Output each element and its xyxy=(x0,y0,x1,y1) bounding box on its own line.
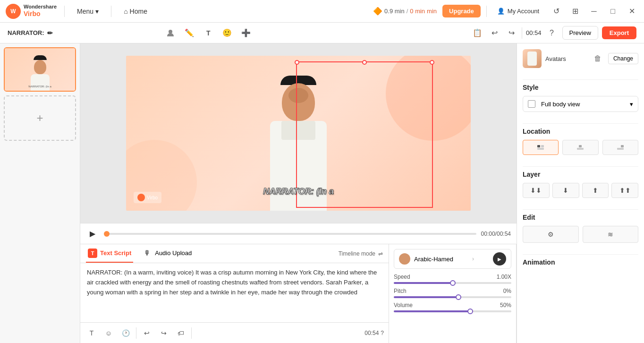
main-area: 1 NARRATOR: (In a + xyxy=(0,43,644,343)
tab-text-script[interactable]: T Text Script xyxy=(86,245,133,263)
close-button[interactable]: ✕ xyxy=(625,5,638,18)
preview-button[interactable]: Preview xyxy=(562,26,598,40)
change-avatar-button[interactable]: Change xyxy=(608,53,638,64)
undo-button[interactable]: ↩ xyxy=(488,26,501,40)
right-panel: Avatars 🗑 Change Style Full body view ▾ … xyxy=(517,43,644,343)
tab-audio-upload[interactable]: 🎙 Audio Upload xyxy=(141,245,194,263)
upgrade-button[interactable]: Upgrade xyxy=(442,5,481,17)
script-bottom-toolbar: T ☺ 🕐 ↩ ↪ 🏷 00:54 ? xyxy=(80,322,389,343)
edit-waveform-button[interactable]: ≋ xyxy=(583,226,639,243)
canvas-area: NARRATOR: (In a Virbo ▶ 00:00/00:54 xyxy=(80,43,517,343)
timeline-mode-toggle[interactable]: Timeline mode ⇌ xyxy=(339,250,383,257)
grid-icon-button[interactable]: ⊞ xyxy=(568,5,582,18)
handle-top-center[interactable] xyxy=(362,60,367,65)
brush-tool-button[interactable]: ✏️ xyxy=(182,26,197,41)
location-top-left[interactable] xyxy=(523,140,559,155)
audio-upload-icon: 🎙 xyxy=(143,249,152,258)
tab-row: T Text Script 🎙 Audio Upload Timeline mo… xyxy=(80,244,389,263)
svg-rect-6 xyxy=(621,145,624,147)
svg-rect-2 xyxy=(541,145,544,147)
speed-slider-thumb[interactable] xyxy=(450,280,456,286)
edit-settings-button[interactable]: ⚙ xyxy=(523,226,579,243)
svg-rect-4 xyxy=(579,145,582,147)
avatar-selector: Avatars 🗑 Change xyxy=(523,49,638,68)
avatar-body xyxy=(270,121,327,211)
style-dropdown[interactable]: Full body view ▾ xyxy=(523,96,638,112)
location-top-right[interactable] xyxy=(602,140,638,155)
clock-button[interactable]: 🕐 xyxy=(119,326,132,340)
script-content[interactable]: NARRATOR: (In a warm, inviting voice) It… xyxy=(80,263,389,322)
avatar-tool-button[interactable] xyxy=(163,26,178,41)
slide-item-1[interactable]: 1 NARRATOR: (In a xyxy=(4,47,76,92)
avatar-head xyxy=(282,83,315,121)
watermark-text: Virbo xyxy=(147,195,158,200)
maximize-button[interactable]: □ xyxy=(606,5,619,18)
minimize-button[interactable]: ─ xyxy=(587,5,601,18)
topbar-divider-2 xyxy=(111,6,111,17)
slide-thumbnail-1: NARRATOR: (In a xyxy=(5,48,75,91)
redo-button[interactable]: ↪ xyxy=(505,26,518,40)
account-button[interactable]: 👤 My Account xyxy=(492,5,544,17)
svg-point-0 xyxy=(169,30,172,34)
canvas-time-display: 00:54 xyxy=(526,29,542,36)
emoji-tool-button[interactable]: 🙂 xyxy=(220,26,235,41)
pitch-slider-track[interactable] xyxy=(394,296,511,298)
undo-script-button[interactable]: ↩ xyxy=(140,326,153,340)
volume-slider-thumb[interactable] xyxy=(467,309,473,314)
delete-avatar-button[interactable]: 🗑 xyxy=(591,52,604,65)
location-title: Location xyxy=(523,128,638,135)
canvas-viewport[interactable]: NARRATOR: (In a Virbo xyxy=(80,43,517,223)
text-audio-panel: T Text Script 🎙 Audio Upload Timeline mo… xyxy=(80,244,389,343)
layer-down[interactable]: ⬇ xyxy=(552,183,579,198)
voice-selector[interactable]: Arabic-Hamed › ▶ xyxy=(394,249,511,269)
edit-title: Edit xyxy=(523,214,638,221)
topbar: W Wondershare Virbo Menu ▾ ⌂ Home 🔶 0.9 … xyxy=(0,0,644,23)
playback-bar: ▶ 00:00/00:54 xyxy=(80,223,517,244)
text-tool-button[interactable]: T xyxy=(201,26,216,41)
voice-panel: Arabic-Hamed › ▶ Speed 1.00X xyxy=(389,244,517,343)
face-button[interactable]: ☺ xyxy=(102,326,115,340)
toolbar-right-controls: 📋 ↩ ↪ 00:54 ? Preview Export xyxy=(471,26,636,40)
edit-section: Edit ⚙ ≋ xyxy=(523,214,638,243)
voice-play-button[interactable]: ▶ xyxy=(493,252,506,266)
toolbar-divider xyxy=(522,27,522,39)
pitch-slider-row: Pitch 0% xyxy=(394,288,511,298)
avatars-section: Avatars 🗑 Change xyxy=(523,49,638,68)
location-top-center[interactable] xyxy=(562,140,598,155)
handle-top-left[interactable] xyxy=(295,60,299,65)
animation-title: Animation xyxy=(523,258,638,266)
speed-slider-row: Speed 1.00X xyxy=(394,274,511,284)
add-slide-button[interactable]: + xyxy=(4,95,76,141)
progress-track[interactable] xyxy=(104,233,476,235)
volume-slider-track[interactable] xyxy=(394,310,511,312)
layer-up[interactable]: ⬆ xyxy=(582,183,609,198)
time-info-button[interactable]: ? xyxy=(545,26,559,40)
topbar-divider-1 xyxy=(64,6,65,17)
text-format-button[interactable]: T xyxy=(85,326,98,340)
layer-grid: ⬇⬇ ⬇ ⬆ ⬆⬆ xyxy=(523,183,638,198)
history-icon-button[interactable]: ↺ xyxy=(550,5,563,18)
home-button[interactable]: ⌂ Home xyxy=(119,5,152,18)
voice-name: Arabic-Hamed xyxy=(399,253,453,265)
export-button[interactable]: Export xyxy=(602,26,636,39)
secondary-toolbar: NARRATOR: ✏ ✏️ T 🙂 ➕ 📋 ↩ ↪ 00:54 ? Previ… xyxy=(0,23,644,43)
svg-rect-7 xyxy=(617,148,624,150)
slide-panel: 1 NARRATOR: (In a + xyxy=(0,43,80,343)
layer-to-bottom[interactable]: ⬇⬇ xyxy=(523,183,550,198)
avatar-name: Avatars xyxy=(545,55,587,62)
layer-to-top[interactable]: ⬆⬆ xyxy=(611,183,638,198)
avatar-thumbnail xyxy=(523,49,542,68)
redo-script-button[interactable]: ↪ xyxy=(157,326,170,340)
notes-icon-button[interactable]: 📋 xyxy=(471,26,484,40)
progress-thumb[interactable] xyxy=(104,231,110,237)
toolbar-center-tools: ✏️ T 🙂 ➕ xyxy=(163,26,254,41)
play-button[interactable]: ▶ xyxy=(86,227,99,240)
text-script-icon: T xyxy=(88,249,97,258)
speed-slider-track[interactable] xyxy=(394,282,511,284)
menu-button[interactable]: Menu ▾ xyxy=(72,5,103,18)
tag-button[interactable]: 🏷 xyxy=(174,326,187,340)
pitch-slider-thumb[interactable] xyxy=(456,294,461,300)
bottom-panel: T Text Script 🎙 Audio Upload Timeline mo… xyxy=(80,244,517,343)
logo-icon: W xyxy=(6,4,21,19)
add-tool-button[interactable]: ➕ xyxy=(238,26,254,41)
